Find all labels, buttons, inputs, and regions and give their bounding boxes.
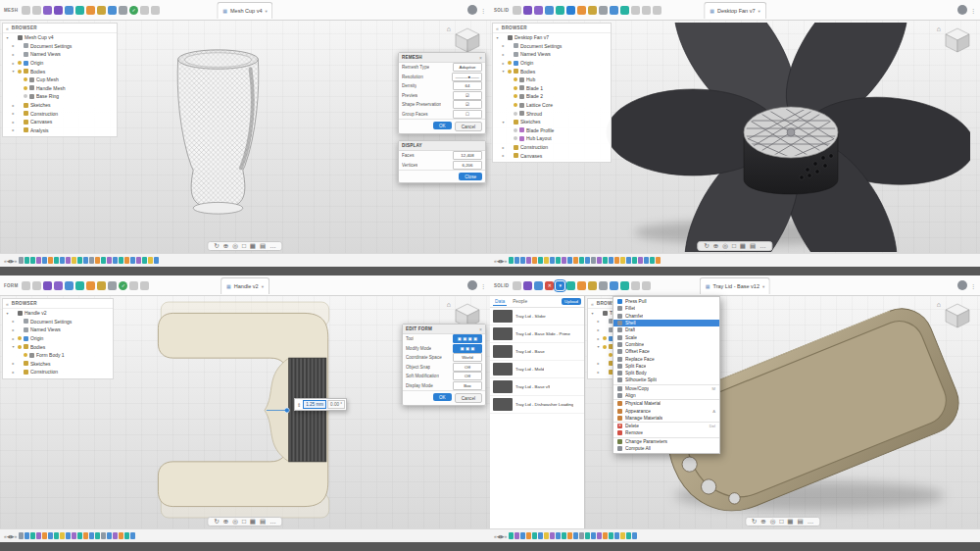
- chevron-icon[interactable]: ▾: [11, 69, 16, 74]
- toolbar-icon[interactable]: [75, 281, 84, 290]
- overflow-menu-icon[interactable]: ⋮: [970, 282, 976, 289]
- toolbar-icon[interactable]: [523, 281, 532, 290]
- home-icon[interactable]: ⌂: [937, 301, 941, 308]
- menu-item[interactable]: Remove: [613, 429, 719, 436]
- menu-item[interactable]: ✕ Delete Del: [613, 422, 719, 429]
- visibility-bulb-icon[interactable]: [18, 128, 22, 132]
- timeline-feature[interactable]: [632, 532, 637, 539]
- ok-button[interactable]: OK: [433, 122, 452, 129]
- toolbar-icon[interactable]: [610, 6, 618, 15]
- visibility-bulb-icon[interactable]: [508, 44, 512, 48]
- timeline-feature[interactable]: [526, 257, 531, 264]
- toolbar-icon[interactable]: [610, 281, 618, 290]
- overflow-menu-icon[interactable]: ⋮: [480, 7, 486, 14]
- toolbar-icon[interactable]: [566, 6, 575, 15]
- timeline-feature[interactable]: [550, 532, 555, 539]
- browser-item[interactable]: Cup Mesh: [3, 75, 117, 84]
- viewport-canvas[interactable]: « BROWSER ▾ Desktop Fan v7 ▸: [490, 21, 980, 254]
- panel-header[interactable]: DISPLAY: [399, 141, 485, 151]
- toolbar-icon[interactable]: [119, 6, 127, 15]
- visibility-bulb-icon[interactable]: [502, 35, 506, 39]
- dialog-row-value[interactable]: ☐: [453, 110, 482, 119]
- menu-item[interactable]: Compute All: [613, 445, 719, 452]
- toolbar-icon[interactable]: [97, 6, 106, 15]
- timeline-feature[interactable]: [19, 532, 24, 539]
- dialog-row-value[interactable]: Adaptive: [453, 63, 482, 72]
- browser-item[interactable]: ▸ Named Views: [493, 50, 611, 59]
- timeline-feature[interactable]: [72, 532, 76, 539]
- browser-item[interactable]: ▸ Construction: [493, 143, 611, 152]
- toolbar-icon[interactable]: [631, 6, 640, 15]
- document-list-item[interactable]: Tray Lid - Mold: [490, 361, 584, 378]
- cancel-button[interactable]: Cancel: [455, 393, 482, 403]
- browser-item[interactable]: ▾ Bodies: [3, 342, 113, 351]
- chevron-icon[interactable]: ▸: [11, 61, 16, 66]
- toolbar-icon[interactable]: [631, 281, 640, 290]
- browser-item[interactable]: Hub: [493, 75, 611, 84]
- visibility-bulb-icon[interactable]: [18, 320, 22, 324]
- timeline-feature[interactable]: [603, 532, 608, 539]
- timeline-feature[interactable]: [573, 257, 578, 264]
- visibility-bulb-icon[interactable]: [603, 327, 607, 331]
- browser-item[interactable]: ▸ Origin: [3, 334, 113, 343]
- timeline-feature[interactable]: [609, 257, 613, 264]
- chevron-icon[interactable]: ▸: [11, 327, 16, 332]
- collapse-icon[interactable]: «: [6, 301, 9, 307]
- chevron-icon[interactable]: ▸: [596, 327, 601, 332]
- toolbar-icon[interactable]: ▾: [556, 281, 564, 290]
- browser-item[interactable]: Blade Profile: [493, 126, 611, 135]
- timeline-feature[interactable]: [556, 532, 561, 539]
- timeline-feature[interactable]: [520, 532, 525, 539]
- browser-item[interactable]: ▸ Origin: [493, 59, 611, 68]
- timeline-control-icon[interactable]: »: [15, 533, 18, 539]
- navbar-icon[interactable]: ▦: [250, 243, 256, 250]
- collapse-icon[interactable]: «: [496, 25, 499, 31]
- timeline-feature[interactable]: [520, 257, 525, 264]
- menu-item[interactable]: Silhouette Split: [613, 376, 719, 383]
- toolbar-icon[interactable]: [577, 6, 586, 15]
- visibility-bulb-icon[interactable]: [18, 112, 22, 116]
- timeline-feature[interactable]: [130, 532, 135, 539]
- timeline-feature[interactable]: [119, 532, 123, 539]
- timeline-feature[interactable]: [532, 257, 537, 264]
- timeline-feature[interactable]: [544, 532, 549, 539]
- chevron-icon[interactable]: ▸: [501, 153, 506, 158]
- timeline-feature[interactable]: [579, 532, 584, 539]
- visibility-bulb-icon[interactable]: [603, 336, 607, 340]
- browser-item[interactable]: ▸ Canvases: [493, 151, 611, 160]
- toolbar-icon[interactable]: [86, 6, 95, 15]
- timeline-feature[interactable]: [89, 532, 94, 539]
- timeline-feature[interactable]: [72, 257, 76, 264]
- document-list-item[interactable]: Tray Lid - Base v9: [490, 378, 584, 396]
- navbar-icon[interactable]: …: [760, 243, 766, 250]
- timeline-control-icon[interactable]: »: [505, 533, 508, 539]
- timeline-feature[interactable]: [538, 257, 543, 264]
- dialog-header[interactable]: REMESH ×: [399, 53, 485, 63]
- browser-item[interactable]: ▾ Bodies: [493, 67, 611, 75]
- visibility-bulb-icon[interactable]: [508, 61, 512, 65]
- timeline-feature[interactable]: [632, 257, 637, 264]
- toolbar-icon[interactable]: [599, 281, 608, 290]
- timeline-feature[interactable]: [48, 532, 53, 539]
- browser-item[interactable]: Base Ring: [3, 92, 117, 101]
- menu-item[interactable]: Shell: [613, 320, 719, 326]
- browser-item[interactable]: ▸ Analysis: [3, 126, 117, 135]
- chevron-icon[interactable]: ▸: [11, 120, 16, 125]
- toolbar-icon[interactable]: [513, 6, 521, 15]
- navbar-icon[interactable]: ▦: [250, 519, 256, 526]
- home-icon[interactable]: ⌂: [937, 25, 941, 32]
- menu-item[interactable]: Appearance A: [613, 407, 719, 414]
- navbar-icon[interactable]: ▦: [787, 519, 793, 526]
- chevron-down-icon[interactable]: ▾: [762, 284, 764, 289]
- viewcube-cube[interactable]: [943, 301, 972, 330]
- chevron-icon[interactable]: ▸: [11, 361, 16, 366]
- browser-item[interactable]: ▸ Document Settings: [3, 318, 113, 326]
- viewport-canvas[interactable]: « BROWSER ▾ Tray Lid - Base v12 ▸: [585, 296, 980, 529]
- chevron-icon[interactable]: ▸: [11, 336, 16, 341]
- collapse-icon[interactable]: «: [6, 25, 9, 31]
- browser-item[interactable]: ▾ Desktop Fan v7: [493, 33, 611, 42]
- browser-header[interactable]: « BROWSER: [3, 299, 113, 309]
- chevron-icon[interactable]: ▾: [5, 311, 10, 316]
- visibility-bulb-icon[interactable]: [12, 311, 16, 315]
- timeline-feature[interactable]: [614, 257, 619, 264]
